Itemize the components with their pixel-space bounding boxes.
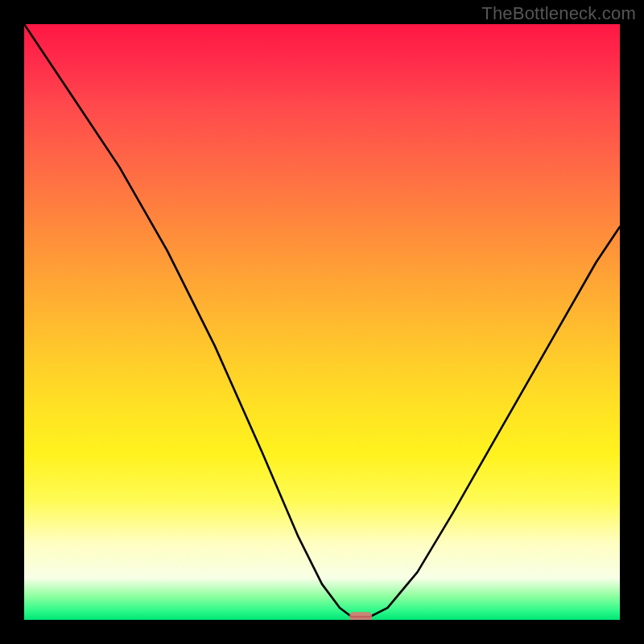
- plot-area: [24, 24, 620, 620]
- bottleneck-curve: [24, 24, 620, 617]
- bottleneck-marker: [349, 612, 372, 620]
- watermark-text: TheBottleneck.com: [481, 3, 636, 24]
- curve-layer: [24, 24, 620, 620]
- chart-frame: TheBottleneck.com: [0, 0, 644, 644]
